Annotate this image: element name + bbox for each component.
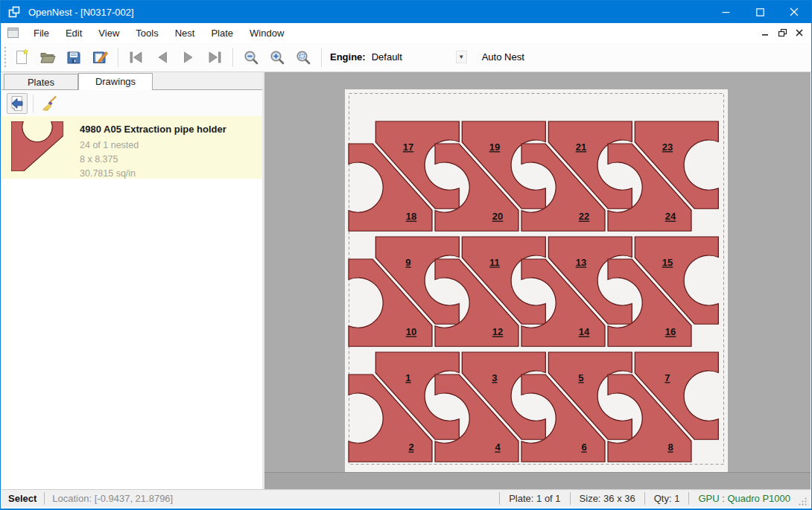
close-button[interactable] [777, 1, 811, 23]
clear-drawings-button[interactable] [39, 93, 60, 114]
part-number: 6 [581, 442, 586, 453]
toolbar-grip[interactable] [3, 47, 7, 68]
drawing-list-item[interactable]: 4980 A05 Extraction pipe holder 24 of 1 … [1, 116, 262, 179]
status-gpu: GPU : Quadro P1000 [697, 493, 792, 504]
part-number: 10 [406, 326, 416, 337]
minimize-button[interactable] [708, 1, 743, 23]
minimize-icon [722, 8, 730, 16]
go-previous-icon [153, 48, 171, 66]
part-number: 17 [403, 141, 413, 153]
maximize-icon [756, 8, 764, 16]
last-plate-button[interactable] [203, 46, 226, 68]
save-as-icon [91, 48, 109, 66]
save-button[interactable] [63, 46, 85, 68]
close-icon [790, 7, 799, 16]
zoom-out-button[interactable] [240, 46, 262, 68]
drawing-size: 8 x 8.375 [80, 153, 226, 167]
part-number: 1 [405, 372, 410, 383]
zoom-in-icon [268, 48, 286, 66]
part-number: 15 [662, 257, 673, 268]
engine-value: Default [372, 51, 456, 63]
status-separator [570, 492, 571, 505]
part-number: 19 [489, 141, 500, 153]
main-area: Plates Drawings [1, 72, 811, 489]
status-qty: Qty: 1 [653, 493, 682, 504]
save-as-button[interactable] [89, 46, 111, 68]
zoom-in-button[interactable] [266, 46, 288, 68]
engine-combobox[interactable]: Default ▼ [372, 48, 467, 66]
chevron-down-icon[interactable]: ▼ [456, 51, 467, 63]
menu-window[interactable]: Window [241, 25, 292, 42]
previous-plate-button[interactable] [151, 46, 174, 68]
new-file-icon [13, 48, 31, 66]
main-toolbar: Engine: Default ▼ Auto Nest [1, 42, 811, 72]
drawing-title: 4980 A05 Extraction pipe holder [80, 124, 226, 135]
menu-tools[interactable]: Tools [127, 25, 166, 42]
part-number: 24 [665, 211, 676, 222]
resize-grip[interactable] [798, 497, 808, 506]
zoom-fit-button[interactable] [292, 46, 314, 68]
go-first-icon [127, 48, 145, 66]
menu-nest[interactable]: Nest [167, 25, 203, 42]
new-button[interactable] [10, 46, 33, 68]
part-number: 12 [492, 326, 503, 337]
part-number: 11 [489, 257, 500, 268]
toolbar-separator [232, 48, 233, 67]
app-window: OpenNest - [N0317-002] File Edit View To… [0, 0, 812, 510]
part-number: 9 [405, 257, 410, 268]
menu-items: File Edit View Tools Nest Plate Window [25, 25, 292, 42]
part-number: 5 [578, 372, 583, 383]
save-icon [65, 48, 83, 66]
tab-drawings[interactable]: Drawings [78, 73, 153, 90]
panel-tabs: Plates Drawings [1, 72, 262, 90]
mdi-minimize-icon[interactable] [761, 28, 770, 37]
part-number: 14 [579, 326, 590, 337]
menu-plate[interactable]: Plate [203, 25, 241, 42]
menu-view[interactable]: View [90, 25, 127, 42]
tab-plates[interactable]: Plates [4, 74, 78, 89]
part-number: 3 [492, 372, 497, 383]
drawing-list: 4980 A05 Extraction pipe holder 24 of 1 … [1, 116, 262, 489]
canvas-bottom-strip [264, 472, 811, 489]
import-drawing-icon [8, 95, 26, 112]
window-title: OpenNest - [N0317-002] [28, 7, 134, 18]
broom-icon [40, 95, 58, 112]
part-number: 18 [406, 211, 416, 222]
import-drawing-button[interactable] [7, 93, 28, 114]
status-bar: Select Location: [-0.9437, 21.8796] Plat… [1, 489, 811, 507]
menu-bar: File Edit View Tools Nest Plate Window [1, 23, 811, 42]
status-plate: Plate: 1 of 1 [507, 493, 562, 504]
menu-edit[interactable]: Edit [57, 25, 90, 42]
drawing-area: 30.7815 sq/in [80, 167, 226, 181]
drawings-toolbar [1, 90, 262, 116]
part-number: 2 [408, 442, 413, 453]
auto-nest-button[interactable]: Auto Nest [478, 48, 529, 66]
status-size: Size: 36 x 36 [578, 493, 637, 504]
nest-canvas[interactable]: 171819202122232491011121314151612345678 [264, 72, 811, 489]
open-button[interactable] [37, 46, 59, 68]
mdi-restore-icon[interactable] [778, 28, 787, 37]
go-next-icon [180, 48, 197, 66]
first-plate-button[interactable] [125, 46, 148, 68]
plate-drawing: 171819202122232491011121314151612345678 [345, 89, 728, 474]
toolbar-separator [118, 48, 118, 67]
maximize-button[interactable] [743, 1, 777, 23]
status-separator [644, 492, 645, 505]
status-separator [499, 492, 500, 505]
open-folder-icon [39, 48, 57, 66]
status-separator [44, 492, 45, 505]
menu-file[interactable]: File [25, 25, 57, 42]
go-last-icon [206, 48, 223, 66]
part-number: 22 [579, 211, 589, 222]
mdi-child-icon[interactable] [7, 27, 19, 39]
toolbar-separator [321, 48, 322, 67]
app-logo-icon [7, 5, 21, 19]
part-number: 13 [576, 257, 586, 268]
zoom-fit-icon [294, 48, 312, 66]
drawing-nested-count: 24 of 1 nested [80, 138, 226, 153]
side-panel: Plates Drawings [1, 72, 262, 489]
next-plate-button[interactable] [177, 46, 200, 68]
plate[interactable]: 171819202122232491011121314151612345678 [345, 89, 728, 474]
mdi-close-icon[interactable] [795, 28, 804, 37]
part-number: 8 [667, 442, 673, 453]
